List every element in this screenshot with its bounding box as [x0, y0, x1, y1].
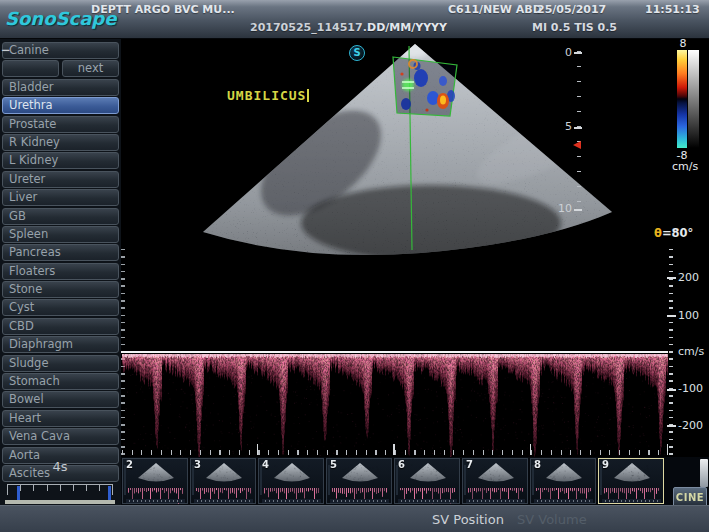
sidebar-item-bladder[interactable]: Bladder	[2, 79, 119, 96]
exam-id: 20170525_114517...	[250, 21, 375, 34]
colorbar-unit: cm/s	[672, 160, 698, 173]
velocity-major-tick	[667, 389, 676, 391]
thumbnail-number: 5	[330, 459, 337, 470]
steer-angle-readout: θ=80°	[654, 226, 693, 240]
thumbnail-number: 6	[398, 459, 405, 470]
time-axis-minor-ticks	[122, 450, 668, 455]
sample-volume-gate[interactable]	[402, 79, 414, 91]
exam-time: 11:51:13	[645, 3, 700, 16]
focus-marker-icon[interactable]	[573, 141, 581, 149]
sidebar-item-vena-cava[interactable]: Vena Cava	[2, 428, 119, 445]
velocity-label-200: 200	[678, 271, 699, 284]
depth-label-5: 5	[556, 120, 572, 133]
thumbnail-7[interactable]: 7	[462, 458, 528, 504]
annotation-sidebar: − Canine next Bladder Urethra Prostate R…	[0, 39, 121, 505]
annotation-text[interactable]: UMBILICUS	[227, 88, 309, 103]
thumbnail-3[interactable]: 3	[190, 458, 256, 504]
sidebar-item-cbd[interactable]: CBD	[2, 318, 119, 335]
thumbnail-number: 3	[194, 459, 201, 470]
sweep-progress-bar[interactable]	[5, 500, 115, 504]
exam-date: 25/05/2017	[537, 3, 606, 16]
mi-tis-readout: MI 0.5 TIS 0.5	[532, 21, 617, 34]
thumbnail-number: 9	[602, 459, 609, 470]
sidebar-item-heart[interactable]: Heart	[2, 410, 119, 427]
velocity-major-tick	[667, 277, 676, 279]
ultrasound-screen: SonoScape DEPTT ARGO BVC MU... C611/NEW …	[0, 0, 709, 532]
sidebar-item-diaphragm[interactable]: Diaphragm	[2, 336, 119, 353]
depth-major-tick	[574, 209, 582, 211]
velocity-major-tick	[667, 315, 676, 317]
annotation-list: − Canine next Bladder Urethra Prostate R…	[2, 42, 119, 482]
annotation-label: UMBILICUS	[227, 88, 306, 103]
velocity-unit-label: cm/s	[678, 345, 704, 358]
sidebar-item-spleen[interactable]: Spleen	[2, 226, 119, 243]
sidebar-item-prostate[interactable]: Prostate	[2, 116, 119, 133]
thumbnail-4[interactable]: 4	[258, 458, 324, 504]
sonoscape-badge-icon: S	[349, 45, 365, 61]
depth-label-0: 0	[556, 46, 572, 59]
thumbnail-number: 7	[466, 459, 473, 470]
probe-preset: C611/NEW ABD	[448, 3, 542, 16]
bmode-image	[121, 38, 669, 260]
depth-major-tick	[574, 127, 582, 129]
group-label: Canine	[9, 43, 49, 57]
sv-volume-control: SV Volume	[517, 512, 587, 527]
colorbar-max: 8	[677, 37, 689, 50]
text-cursor	[307, 89, 309, 102]
sidebar-item-cyst[interactable]: Cyst	[2, 299, 119, 316]
thumbnail-6[interactable]: 6	[394, 458, 460, 504]
prev-button[interactable]	[2, 60, 59, 77]
sidebar-item-floaters[interactable]: Floaters	[2, 263, 119, 280]
depth-ruler-ticks	[577, 51, 581, 216]
sidebar-item-bowel[interactable]: Bowel	[2, 391, 119, 408]
cine-button[interactable]: CINE	[673, 487, 707, 507]
sidebar-group-canine[interactable]: − Canine	[2, 42, 119, 59]
thumbnail-number: 8	[534, 459, 541, 470]
sidebar-item-l-kidney[interactable]: L Kidney	[2, 152, 119, 169]
sidebar-item-stone[interactable]: Stone	[2, 281, 119, 298]
sv-position-control[interactable]: SV Position	[432, 512, 504, 527]
sidebar-item-sludge[interactable]: Sludge	[2, 355, 119, 372]
next-button[interactable]: next	[62, 60, 119, 77]
dob-placeholder: DD/MM/YYYY	[367, 21, 447, 34]
sidebar-item-liver[interactable]: Liver	[2, 189, 119, 206]
sweep-ruler-ticks	[7, 485, 113, 491]
thumbnail-number: 2	[126, 459, 133, 470]
sidebar-item-ureter[interactable]: Ureter	[2, 171, 119, 188]
velocity-major-tick	[667, 425, 676, 427]
color-doppler-bar	[677, 50, 687, 148]
depth-major-tick	[574, 52, 582, 54]
thumbnail-5[interactable]: 5	[326, 458, 392, 504]
sidebar-item-gb[interactable]: GB	[2, 208, 119, 225]
velocity-label-100: 100	[678, 309, 699, 322]
velocity-axis-ticks	[669, 249, 673, 462]
pager-row: next	[2, 60, 119, 77]
theta-value: =80°	[662, 226, 693, 240]
theta-symbol: θ	[654, 226, 662, 240]
sidebar-item-r-kidney[interactable]: R Kidney	[2, 134, 119, 151]
thumbnail-2[interactable]: 2	[122, 458, 188, 504]
sidebar-item-pancreas[interactable]: Pancreas	[2, 244, 119, 261]
doppler-baseline[interactable]	[121, 351, 668, 353]
header-bar: SonoScape DEPTT ARGO BVC MU... C611/NEW …	[0, 0, 709, 39]
institution-name: DEPTT ARGO BVC MU...	[91, 3, 235, 16]
thumbnail-strip: 2 3 4 5 6 7 8 9	[121, 457, 709, 505]
sidebar-item-stomach[interactable]: Stomach	[2, 373, 119, 390]
grayscale-bar	[688, 50, 699, 148]
thumbnail-8[interactable]: 8	[530, 458, 596, 504]
depth-label-10: 10	[556, 202, 572, 215]
sweep-time-label: 4s	[3, 459, 117, 474]
cine-sweep-ruler: 4s	[3, 459, 117, 507]
sidebar-item-urethra[interactable]: Urethra	[2, 97, 119, 114]
velocity-label-neg100: -100	[678, 382, 703, 395]
collapse-icon[interactable]: −	[1, 43, 11, 58]
velocity-label-neg200: -200	[678, 419, 703, 432]
thumbnail-number: 4	[262, 459, 269, 470]
thumbnail-9[interactable]: 9	[598, 458, 664, 504]
thumbnail-scroll-indicator[interactable]	[700, 459, 708, 487]
status-bar: SV Position SV Volume	[0, 505, 709, 532]
